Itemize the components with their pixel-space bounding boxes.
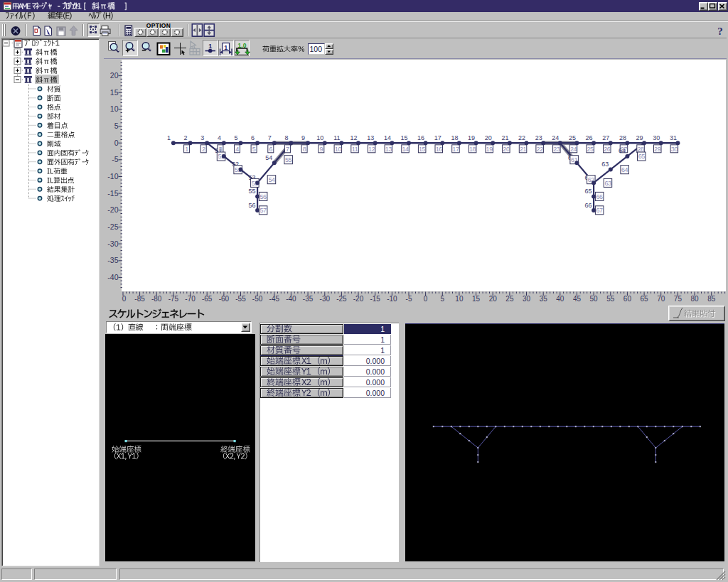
svg-text:?: ? [717, 26, 723, 37]
svg-text:-35: -35 [303, 295, 314, 303]
svg-text:66: 66 [596, 193, 603, 200]
svg-text:55: 55 [249, 188, 256, 195]
svg-text:6: 6 [251, 134, 255, 141]
svg-text:54: 54 [268, 176, 275, 183]
svg-text:57: 57 [259, 207, 267, 214]
svg-text:-5: -5 [112, 155, 118, 163]
svg-text:75: 75 [674, 295, 682, 303]
svg-text:16: 16 [436, 146, 443, 153]
svg-text:18: 18 [469, 146, 476, 153]
svg-text:25: 25 [569, 134, 576, 141]
svg-text:5: 5 [234, 134, 237, 141]
svg-text:0: 0 [424, 295, 428, 303]
svg-text:29: 29 [636, 134, 643, 141]
svg-text:-30: -30 [107, 239, 118, 248]
svg-text:12: 12 [368, 146, 375, 153]
svg-text:11: 11 [333, 134, 340, 141]
svg-text:30: 30 [523, 295, 531, 303]
svg-text:0.000: 0.000 [366, 378, 385, 387]
svg-text:8: 8 [303, 146, 306, 153]
svg-text:-40: -40 [107, 273, 118, 281]
svg-text:20: 20 [110, 71, 119, 80]
svg-text:-45: -45 [269, 295, 280, 303]
svg-text:18: 18 [451, 134, 458, 141]
svg-text:-90: -90 [116, 295, 127, 303]
svg-text:0: 0 [114, 139, 119, 147]
svg-text:11: 11 [352, 146, 358, 153]
svg-text:19: 19 [468, 134, 475, 141]
svg-text:-10: -10 [107, 172, 118, 180]
svg-text:2: 2 [184, 134, 188, 141]
svg-text:30: 30 [653, 134, 660, 141]
svg-text:2: 2 [202, 146, 205, 153]
svg-text:70: 70 [657, 295, 665, 303]
svg-text:13: 13 [367, 134, 374, 141]
svg-text:54: 54 [265, 154, 272, 161]
svg-text:1: 1 [224, 44, 228, 51]
svg-text:-20: -20 [107, 205, 118, 214]
svg-text:17: 17 [452, 146, 459, 153]
svg-text:9: 9 [319, 146, 323, 153]
svg-text:-15: -15 [107, 189, 118, 198]
svg-text:-25: -25 [107, 222, 118, 231]
svg-text:14: 14 [402, 146, 409, 153]
svg-text:20: 20 [489, 295, 498, 303]
svg-text:-50: -50 [252, 295, 263, 303]
svg-text:27: 27 [602, 134, 609, 141]
svg-text:10: 10 [316, 134, 323, 141]
svg-text:24: 24 [570, 146, 577, 153]
svg-text:26: 26 [586, 134, 593, 141]
svg-text:40: 40 [556, 295, 564, 303]
svg-text:1: 1 [185, 146, 188, 153]
svg-text:20: 20 [485, 134, 492, 141]
svg-text:6: 6 [269, 146, 272, 153]
svg-text:9: 9 [301, 134, 305, 141]
svg-text:22: 22 [537, 146, 544, 153]
svg-text:3: 3 [200, 134, 204, 141]
svg-text:66: 66 [585, 202, 592, 209]
svg-text:-15: -15 [370, 295, 380, 303]
svg-text:60: 60 [623, 295, 632, 303]
svg-text:4: 4 [235, 146, 239, 153]
svg-text:21: 21 [501, 134, 508, 141]
svg-text:10: 10 [455, 295, 464, 303]
svg-text:-35: -35 [107, 256, 118, 264]
svg-text:-40: -40 [286, 295, 296, 303]
svg-text:-20: -20 [353, 295, 364, 303]
svg-text:26: 26 [604, 146, 611, 153]
svg-text:-75: -75 [168, 295, 179, 303]
svg-text:-65: -65 [202, 295, 213, 303]
svg-text:15: 15 [472, 295, 481, 303]
svg-text:64: 64 [621, 166, 628, 173]
svg-text:15: 15 [419, 146, 426, 153]
svg-text:-80: -80 [151, 295, 162, 303]
svg-text:35: 35 [540, 295, 548, 303]
svg-text:63: 63 [601, 161, 609, 168]
svg-text:20: 20 [503, 146, 510, 153]
svg-text:65: 65 [641, 295, 649, 303]
svg-text:65: 65 [585, 188, 592, 195]
svg-text:25: 25 [505, 295, 514, 303]
svg-text:-85: -85 [134, 295, 145, 303]
svg-text:21: 21 [520, 146, 527, 153]
svg-text:-55: -55 [235, 295, 246, 303]
svg-text:-10: -10 [387, 295, 397, 303]
svg-text:65: 65 [638, 153, 646, 160]
svg-text:12: 12 [350, 134, 357, 141]
svg-text:14: 14 [384, 134, 391, 141]
svg-text:22: 22 [518, 134, 525, 141]
svg-text:5: 5 [252, 146, 256, 153]
svg-text:5: 5 [114, 122, 119, 130]
svg-text:28: 28 [637, 146, 644, 153]
svg-text:23: 23 [535, 134, 542, 141]
svg-text:1: 1 [380, 346, 385, 355]
svg-text:25: 25 [587, 146, 594, 153]
svg-text:31: 31 [670, 134, 677, 141]
svg-text:24: 24 [552, 134, 559, 141]
svg-text:-5: -5 [406, 295, 412, 303]
svg-text:8: 8 [284, 134, 288, 141]
svg-text:OPTION: OPTION [146, 22, 171, 29]
svg-text:100: 100 [310, 45, 323, 53]
svg-text:19: 19 [486, 146, 493, 153]
svg-text:-25: -25 [336, 295, 347, 303]
